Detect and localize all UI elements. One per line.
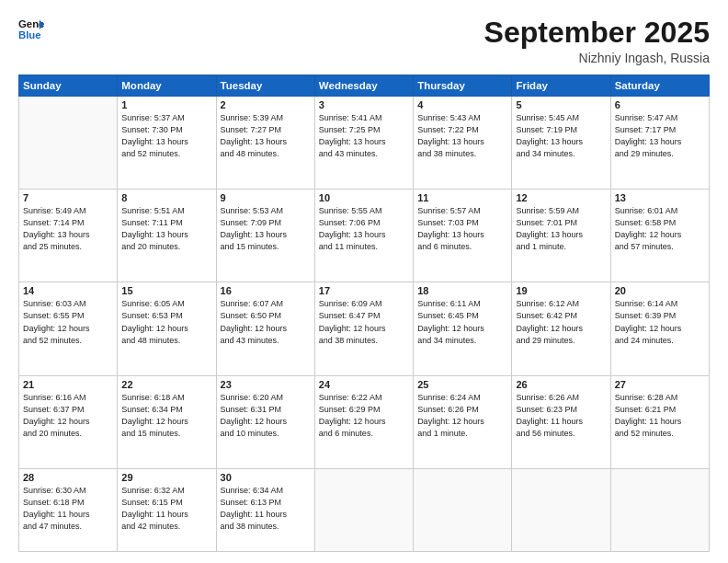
day-detail: Sunrise: 6:05 AMSunset: 6:53 PMDaylight:… bbox=[121, 298, 211, 346]
table-row: 8Sunrise: 5:51 AMSunset: 7:11 PMDaylight… bbox=[118, 190, 216, 282]
col-friday: Friday bbox=[512, 75, 610, 97]
day-number: 29 bbox=[121, 472, 211, 483]
table-row: 7Sunrise: 5:49 AMSunset: 7:14 PMDaylight… bbox=[19, 190, 118, 282]
table-row: 30Sunrise: 6:34 AMSunset: 6:13 PMDayligh… bbox=[216, 468, 314, 551]
day-detail: Sunrise: 6:07 AMSunset: 6:50 PMDaylight:… bbox=[221, 298, 311, 346]
table-row: 4Sunrise: 5:43 AMSunset: 7:22 PMDaylight… bbox=[414, 97, 512, 190]
day-detail: Sunrise: 6:11 AMSunset: 6:45 PMDaylight:… bbox=[417, 298, 507, 346]
day-number: 2 bbox=[221, 99, 311, 110]
day-number: 30 bbox=[221, 472, 311, 483]
day-detail: Sunrise: 5:51 AMSunset: 7:11 PMDaylight:… bbox=[121, 205, 211, 253]
day-number: 17 bbox=[319, 285, 409, 296]
calendar-week-row: 21Sunrise: 6:16 AMSunset: 6:37 PMDayligh… bbox=[19, 375, 710, 468]
table-row: 20Sunrise: 6:14 AMSunset: 6:39 PMDayligh… bbox=[610, 282, 709, 375]
table-row: 1Sunrise: 5:37 AMSunset: 7:30 PMDaylight… bbox=[118, 97, 216, 190]
calendar-body: 1Sunrise: 5:37 AMSunset: 7:30 PMDaylight… bbox=[19, 97, 710, 552]
table-row: 18Sunrise: 6:11 AMSunset: 6:45 PMDayligh… bbox=[414, 282, 512, 375]
table-row: 13Sunrise: 6:01 AMSunset: 6:58 PMDayligh… bbox=[610, 190, 709, 282]
calendar-table: Sunday Monday Tuesday Wednesday Thursday… bbox=[18, 75, 710, 552]
day-number: 6 bbox=[615, 99, 705, 110]
day-number: 21 bbox=[23, 379, 113, 390]
table-row: 19Sunrise: 6:12 AMSunset: 6:42 PMDayligh… bbox=[512, 282, 610, 375]
day-number: 16 bbox=[221, 285, 311, 296]
day-number: 14 bbox=[23, 285, 113, 296]
title-block: September 2025 Nizhniy Ingash, Russia bbox=[484, 17, 710, 65]
day-detail: Sunrise: 5:57 AMSunset: 7:03 PMDaylight:… bbox=[417, 205, 507, 253]
day-number: 24 bbox=[319, 379, 409, 390]
table-row: 27Sunrise: 6:28 AMSunset: 6:21 PMDayligh… bbox=[610, 375, 709, 468]
day-number: 22 bbox=[121, 379, 211, 390]
day-number: 19 bbox=[516, 285, 606, 296]
day-detail: Sunrise: 6:14 AMSunset: 6:39 PMDaylight:… bbox=[615, 298, 705, 346]
page: General Blue September 2025 Nizhniy Inga… bbox=[0, 0, 728, 563]
day-number: 26 bbox=[516, 379, 606, 390]
day-detail: Sunrise: 6:30 AMSunset: 6:18 PMDaylight:… bbox=[23, 485, 113, 533]
day-detail: Sunrise: 6:22 AMSunset: 6:29 PMDaylight:… bbox=[319, 392, 409, 440]
day-detail: Sunrise: 6:09 AMSunset: 6:47 PMDaylight:… bbox=[319, 298, 409, 346]
table-row: 5Sunrise: 5:45 AMSunset: 7:19 PMDaylight… bbox=[512, 97, 610, 190]
day-number: 15 bbox=[121, 285, 211, 296]
table-row bbox=[414, 468, 512, 551]
calendar-week-row: 14Sunrise: 6:03 AMSunset: 6:55 PMDayligh… bbox=[19, 282, 710, 375]
table-row: 22Sunrise: 6:18 AMSunset: 6:34 PMDayligh… bbox=[118, 375, 216, 468]
day-detail: Sunrise: 6:32 AMSunset: 6:15 PMDaylight:… bbox=[121, 485, 211, 533]
day-detail: Sunrise: 6:24 AMSunset: 6:26 PMDaylight:… bbox=[417, 392, 507, 440]
calendar-week-row: 28Sunrise: 6:30 AMSunset: 6:18 PMDayligh… bbox=[19, 468, 710, 551]
day-detail: Sunrise: 5:37 AMSunset: 7:30 PMDaylight:… bbox=[121, 112, 211, 160]
table-row: 23Sunrise: 6:20 AMSunset: 6:31 PMDayligh… bbox=[216, 375, 314, 468]
col-wednesday: Wednesday bbox=[314, 75, 413, 97]
day-number: 13 bbox=[615, 192, 705, 203]
day-detail: Sunrise: 6:16 AMSunset: 6:37 PMDaylight:… bbox=[23, 392, 113, 440]
svg-text:Blue: Blue bbox=[18, 29, 41, 40]
calendar-week-row: 7Sunrise: 5:49 AMSunset: 7:14 PMDaylight… bbox=[19, 190, 710, 282]
day-detail: Sunrise: 6:01 AMSunset: 6:58 PMDaylight:… bbox=[615, 205, 705, 253]
table-row: 2Sunrise: 5:39 AMSunset: 7:27 PMDaylight… bbox=[216, 97, 314, 190]
day-detail: Sunrise: 5:41 AMSunset: 7:25 PMDaylight:… bbox=[319, 112, 409, 160]
table-row bbox=[610, 468, 709, 551]
day-detail: Sunrise: 6:18 AMSunset: 6:34 PMDaylight:… bbox=[121, 392, 211, 440]
table-row: 15Sunrise: 6:05 AMSunset: 6:53 PMDayligh… bbox=[118, 282, 216, 375]
day-number: 1 bbox=[121, 99, 211, 110]
col-thursday: Thursday bbox=[414, 75, 512, 97]
table-row: 16Sunrise: 6:07 AMSunset: 6:50 PMDayligh… bbox=[216, 282, 314, 375]
day-number: 12 bbox=[516, 192, 606, 203]
table-row: 6Sunrise: 5:47 AMSunset: 7:17 PMDaylight… bbox=[610, 97, 709, 190]
day-number: 25 bbox=[417, 379, 507, 390]
table-row: 24Sunrise: 6:22 AMSunset: 6:29 PMDayligh… bbox=[314, 375, 413, 468]
location-subtitle: Nizhniy Ingash, Russia bbox=[484, 51, 710, 65]
day-detail: Sunrise: 6:28 AMSunset: 6:21 PMDaylight:… bbox=[615, 392, 705, 440]
col-saturday: Saturday bbox=[610, 75, 709, 97]
logo: General Blue bbox=[18, 17, 44, 42]
day-detail: Sunrise: 5:47 AMSunset: 7:17 PMDaylight:… bbox=[615, 112, 705, 160]
table-row: 9Sunrise: 5:53 AMSunset: 7:09 PMDaylight… bbox=[216, 190, 314, 282]
day-detail: Sunrise: 5:43 AMSunset: 7:22 PMDaylight:… bbox=[417, 112, 507, 160]
day-number: 20 bbox=[615, 285, 705, 296]
month-title: September 2025 bbox=[484, 17, 710, 49]
day-detail: Sunrise: 5:59 AMSunset: 7:01 PMDaylight:… bbox=[516, 205, 606, 253]
day-detail: Sunrise: 6:34 AMSunset: 6:13 PMDaylight:… bbox=[221, 485, 311, 533]
day-number: 28 bbox=[23, 472, 113, 483]
table-row: 26Sunrise: 6:26 AMSunset: 6:23 PMDayligh… bbox=[512, 375, 610, 468]
table-row: 21Sunrise: 6:16 AMSunset: 6:37 PMDayligh… bbox=[19, 375, 118, 468]
col-monday: Monday bbox=[118, 75, 216, 97]
day-detail: Sunrise: 6:03 AMSunset: 6:55 PMDaylight:… bbox=[23, 298, 113, 346]
day-detail: Sunrise: 5:49 AMSunset: 7:14 PMDaylight:… bbox=[23, 205, 113, 253]
day-number: 27 bbox=[615, 379, 705, 390]
table-row bbox=[19, 97, 118, 190]
table-row: 29Sunrise: 6:32 AMSunset: 6:15 PMDayligh… bbox=[118, 468, 216, 551]
day-number: 10 bbox=[319, 192, 409, 203]
day-number: 3 bbox=[319, 99, 409, 110]
day-detail: Sunrise: 6:12 AMSunset: 6:42 PMDaylight:… bbox=[516, 298, 606, 346]
table-row bbox=[314, 468, 413, 551]
col-tuesday: Tuesday bbox=[216, 75, 314, 97]
day-detail: Sunrise: 6:20 AMSunset: 6:31 PMDaylight:… bbox=[221, 392, 311, 440]
logo-icon: General Blue bbox=[18, 17, 44, 42]
table-row: 25Sunrise: 6:24 AMSunset: 6:26 PMDayligh… bbox=[414, 375, 512, 468]
table-row: 14Sunrise: 6:03 AMSunset: 6:55 PMDayligh… bbox=[19, 282, 118, 375]
table-row bbox=[512, 468, 610, 551]
day-number: 11 bbox=[417, 192, 507, 203]
day-number: 9 bbox=[221, 192, 311, 203]
day-detail: Sunrise: 5:39 AMSunset: 7:27 PMDaylight:… bbox=[221, 112, 311, 160]
table-row: 3Sunrise: 5:41 AMSunset: 7:25 PMDaylight… bbox=[314, 97, 413, 190]
calendar-week-row: 1Sunrise: 5:37 AMSunset: 7:30 PMDaylight… bbox=[19, 97, 710, 190]
